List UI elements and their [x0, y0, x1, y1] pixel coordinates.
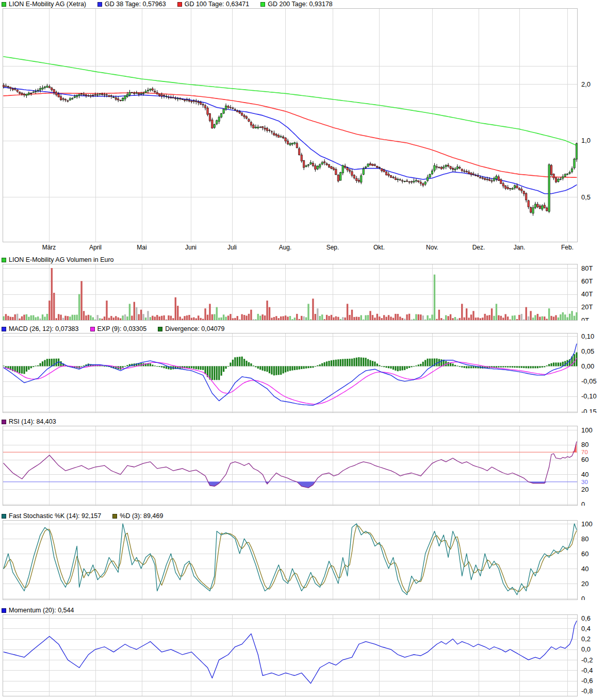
svg-text:0,05: 0,05	[581, 347, 594, 355]
volume-title: LION E-Mobility AG Volumen in Euro	[9, 256, 114, 263]
svg-text:0,4: 0,4	[581, 625, 591, 632]
svg-text:-0,6: -0,6	[581, 677, 593, 685]
macd-chart[interactable]: 0,100,050,00-0,05-0,10-0,15	[0, 333, 606, 413]
legend-item: GD 100 Tage: 0,63471	[177, 1, 250, 8]
legend-item: EXP (9): 0,03305	[90, 325, 147, 332]
series-swatch-icon	[2, 514, 6, 519]
legend-item: GD 38 Tage: 0,57963	[97, 1, 166, 8]
month-label: Nov.	[426, 244, 438, 251]
series-swatch-icon	[2, 2, 6, 7]
stock-analysis-page: LION E-Mobility AG (Xetra) GD 38 Tage: 0…	[0, 0, 606, 696]
rsi-value: RSI (14): 84,403	[9, 418, 56, 425]
gd38-value: GD 38 Tage: 0,57963	[105, 1, 166, 8]
macd-divergence-value: Divergence: 0,04079	[165, 325, 224, 332]
svg-text:-0,05: -0,05	[581, 377, 597, 385]
svg-text:-0,2: -0,2	[581, 656, 593, 664]
stochastic-chart[interactable]: 100806040200	[0, 520, 606, 600]
macd-signal-value: EXP (9): 0,03305	[97, 325, 147, 332]
svg-text:40: 40	[581, 565, 588, 573]
svg-text:20: 20	[581, 486, 588, 493]
svg-text:2,0: 2,0	[581, 80, 591, 88]
svg-text:100: 100	[581, 426, 593, 434]
svg-text:-0,10: -0,10	[581, 392, 597, 400]
series-swatch-icon	[260, 2, 265, 7]
svg-text:0,6: 0,6	[581, 614, 591, 622]
legend-item: RSI (14): 84,403	[2, 418, 56, 425]
svg-text:0,2: 0,2	[581, 635, 591, 643]
month-label: Okt.	[373, 244, 385, 251]
svg-text:0: 0	[581, 501, 585, 506]
svg-text:40: 40	[581, 471, 588, 478]
month-label: Juli	[227, 244, 237, 251]
legend-item: LION E-Mobility AG Volumen in Euro	[2, 256, 114, 263]
month-label: Sep.	[326, 244, 339, 251]
month-label: Juni	[185, 244, 196, 251]
svg-text:80: 80	[581, 441, 588, 448]
legend-item: Fast Stochastic %K (14): 92,157	[2, 512, 101, 520]
series-swatch-icon	[2, 327, 6, 331]
svg-text:1,0: 1,0	[581, 137, 591, 144]
series-swatch-icon	[2, 258, 6, 262]
month-label: Mai	[137, 244, 146, 251]
legend-item: GD 200 Tage: 0,93178	[260, 1, 333, 8]
svg-text:0,10: 0,10	[581, 333, 594, 340]
x-axis-month-labels: MärzAprilMaiJuniJuliAug.Sep.Okt.Nov.Dez.…	[0, 242, 606, 255]
stochastic-d-value: %D (3): 89,469	[120, 512, 163, 520]
series-swatch-icon	[177, 2, 182, 7]
series-swatch-icon	[97, 2, 102, 7]
svg-text:-0,8: -0,8	[581, 687, 593, 695]
svg-text:100: 100	[581, 520, 593, 528]
series-swatch-icon	[158, 327, 162, 331]
svg-text:0,0: 0,0	[581, 645, 591, 653]
svg-text:-0,4: -0,4	[581, 666, 593, 674]
svg-text:80T: 80T	[581, 264, 593, 272]
month-label: März	[42, 244, 56, 251]
rsi-legend: RSI (14): 84,403	[0, 418, 606, 426]
stochastic-legend: Fast Stochastic %K (14): 92,157 %D (3): …	[0, 512, 606, 520]
svg-text:30: 30	[581, 479, 588, 485]
momentum-legend: Momentum (20): 0,544	[0, 606, 606, 614]
month-label: Dez.	[472, 244, 485, 251]
gd200-value: GD 200 Tage: 0,93178	[268, 1, 333, 8]
month-label: Jan.	[514, 244, 526, 251]
svg-text:0,00: 0,00	[581, 362, 594, 370]
legend-item: Divergence: 0,04079	[158, 325, 224, 332]
series-swatch-icon	[90, 327, 95, 331]
svg-text:0,5: 0,5	[581, 193, 591, 201]
legend-item: LION E-Mobility AG (Xetra)	[2, 1, 86, 8]
momentum-value: Momentum (20): 0,544	[9, 607, 74, 614]
svg-text:0T: 0T	[581, 316, 589, 321]
svg-text:20T: 20T	[581, 303, 593, 311]
legend-item: %D (3): 89,469	[112, 512, 163, 520]
legend-item: MACD (26, 12): 0,07383	[2, 325, 79, 332]
macd-value: MACD (26, 12): 0,07383	[9, 325, 79, 332]
macd-legend: MACD (26, 12): 0,07383 EXP (9): 0,03305 …	[0, 325, 606, 333]
month-label: Aug.	[279, 244, 292, 251]
month-label: April	[89, 244, 102, 251]
volume-bar-chart[interactable]: 80T60T40T20T0T	[0, 264, 606, 321]
legend-item: Momentum (20): 0,544	[2, 607, 74, 614]
svg-text:-0,15: -0,15	[581, 408, 597, 413]
series-swatch-icon	[112, 514, 117, 519]
series-swatch-icon	[2, 420, 6, 424]
month-label: Feb.	[561, 244, 574, 251]
svg-text:60T: 60T	[581, 277, 593, 285]
series-swatch-icon	[2, 608, 6, 613]
svg-text:70: 70	[581, 449, 588, 455]
volume-legend: LION E-Mobility AG Volumen in Euro	[0, 255, 606, 264]
chart-title: LION E-Mobility AG (Xetra)	[9, 1, 86, 8]
rsi-chart[interactable]: 1008060402007030	[0, 426, 606, 506]
svg-text:0: 0	[581, 595, 585, 601]
price-candlestick-chart[interactable]: 2,01,00,5	[0, 8, 606, 242]
price-legend: LION E-Mobility AG (Xetra) GD 38 Tage: 0…	[0, 0, 606, 8]
svg-text:60: 60	[581, 456, 588, 463]
momentum-chart[interactable]: 0,60,40,20,0-0,2-0,4-0,6-0,8	[0, 614, 606, 696]
svg-text:60: 60	[581, 550, 588, 558]
svg-text:40T: 40T	[581, 290, 593, 298]
gd100-value: GD 100 Tage: 0,63471	[185, 1, 250, 8]
svg-text:80: 80	[581, 535, 588, 543]
svg-text:20: 20	[581, 580, 588, 588]
stochastic-k-value: Fast Stochastic %K (14): 92,157	[9, 512, 101, 520]
